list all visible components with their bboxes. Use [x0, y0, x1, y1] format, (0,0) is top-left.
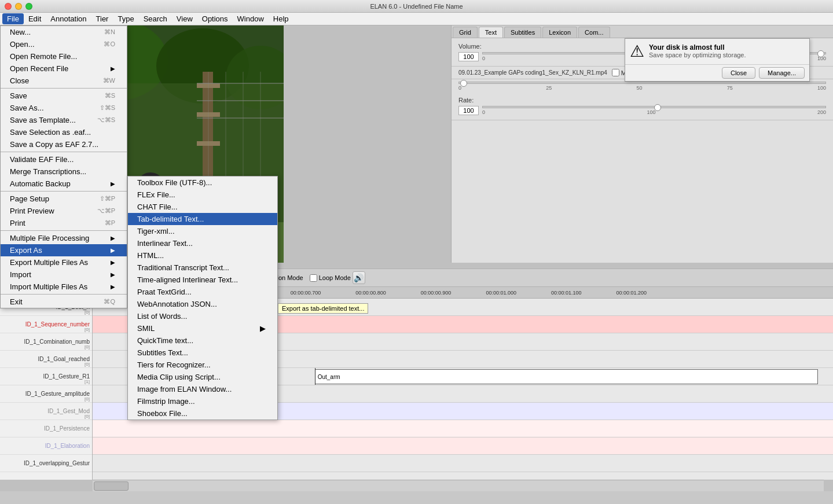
- menu-help[interactable]: Help: [269, 13, 293, 24]
- menu-merge[interactable]: Merge Transcriptions...: [1, 165, 127, 178]
- menu-multi-file[interactable]: Multiple File Processing ▶: [1, 232, 127, 244]
- volume-thumb[interactable]: [817, 50, 824, 57]
- export-flex[interactable]: FLEx File...: [128, 189, 277, 201]
- export-tiger[interactable]: Tiger-xml...: [128, 225, 277, 237]
- notif-title: Your disk is almost full: [649, 43, 746, 51]
- menu-edit[interactable]: Edit: [24, 13, 46, 24]
- annotation-labels: ID_1_Bout_n [0] ID_1_Sequence_number [0]…: [0, 299, 93, 480]
- menu-auto-backup[interactable]: Automatic Backup ▶: [1, 178, 127, 190]
- sep-4: [1, 230, 127, 231]
- export-filmstrip[interactable]: Filmstrip Image...: [128, 395, 277, 407]
- menu-save-as[interactable]: Save As... ⇧⌘S: [1, 102, 127, 114]
- export-praat[interactable]: Praat TextGrid...: [128, 286, 277, 298]
- export-tab-delimited[interactable]: Tab-delimited Text...: [128, 213, 277, 225]
- menu-open-remote[interactable]: Open Remote File...: [1, 50, 127, 62]
- menu-save-copy[interactable]: Save a Copy as EAF 2.7...: [1, 138, 127, 150]
- menu-import-multi[interactable]: Import Multiple Files As ▶: [1, 281, 127, 293]
- menu-view[interactable]: View: [172, 13, 197, 24]
- menu-options[interactable]: Options: [197, 13, 233, 24]
- menu-type[interactable]: Type: [113, 13, 138, 24]
- minimize-button[interactable]: [15, 3, 22, 10]
- menu-window[interactable]: Window: [233, 13, 269, 24]
- right-panel-tabs: Grid Text Subtitles Lexicon Com...: [452, 25, 833, 38]
- tier-label-7: ID_1_Persistence: [0, 420, 92, 437]
- track-row-9: [93, 455, 833, 472]
- notif-message: Save space by optimizing storage.: [649, 51, 746, 58]
- file-menu[interactable]: New... ⌘N Open... ⌘O Open Remote File...…: [0, 25, 127, 308]
- export-tiers-recognizer[interactable]: Tiers for Recognizer...: [128, 359, 277, 371]
- sep-3: [1, 191, 127, 192]
- tab-grid[interactable]: Grid: [453, 27, 478, 38]
- export-submenu[interactable]: Toolbox File (UTF-8)... FLEx File... CHA…: [127, 176, 278, 420]
- tab-com[interactable]: Com...: [578, 27, 610, 38]
- scrollbar-thumb[interactable]: [94, 481, 129, 491]
- tab-subtitles[interactable]: Subtitles: [504, 27, 541, 38]
- tab-text[interactable]: Text: [479, 27, 503, 38]
- mute-checkbox[interactable]: [612, 69, 619, 76]
- menu-save-selection[interactable]: Save Selection as .eaf...: [1, 126, 127, 138]
- menu-save[interactable]: Save ⌘S: [1, 90, 127, 102]
- menu-new[interactable]: New... ⌘N: [1, 26, 127, 38]
- sep-2: [1, 152, 127, 152]
- volume-icon[interactable]: 🔊: [353, 271, 365, 284]
- maximize-button[interactable]: [25, 3, 32, 10]
- menu-export-as[interactable]: Export As ▶: [1, 244, 127, 256]
- export-list-words[interactable]: List of Words...: [128, 310, 277, 322]
- rate-thumb[interactable]: [654, 104, 661, 111]
- tab-lexicon[interactable]: Lexicon: [542, 27, 577, 38]
- cursor-line: [315, 368, 315, 385]
- export-subtitles[interactable]: Subtitles Text...: [128, 347, 277, 359]
- menu-print-preview[interactable]: Print Preview ⌥⌘P: [1, 205, 127, 217]
- export-media-clip[interactable]: Media Clip using Script...: [128, 371, 277, 383]
- menu-file[interactable]: File: [2, 13, 24, 24]
- export-quicktime[interactable]: QuickTime text...: [128, 334, 277, 347]
- warning-icon: ⚠: [630, 43, 644, 60]
- window-controls[interactable]: [5, 3, 32, 10]
- menu-save-template[interactable]: Save as Template... ⌥⌘S: [1, 114, 127, 126]
- menu-open-recent[interactable]: Open Recent File ▶: [1, 62, 127, 75]
- menu-exit[interactable]: Exit ⌘Q: [1, 296, 127, 308]
- rate-label: Rate:: [458, 97, 826, 104]
- export-html[interactable]: HTML...: [128, 249, 277, 262]
- media-position-thumb[interactable]: [460, 80, 467, 87]
- export-shoebox[interactable]: Shoebox File...: [128, 407, 277, 420]
- notif-buttons: Close Manage...: [625, 64, 809, 81]
- export-webannotation[interactable]: WebAnnotation JSON...: [128, 298, 277, 310]
- notif-close-button[interactable]: Close: [722, 67, 755, 79]
- menu-print[interactable]: Print ⌘P: [1, 217, 127, 229]
- notif-manage-button[interactable]: Manage...: [759, 67, 805, 79]
- export-image-elan[interactable]: Image from ELAN Window...: [128, 383, 277, 395]
- tier-label-8: ID_1_Elaboration: [0, 437, 92, 455]
- menu-export-multi[interactable]: Export Multiple Files As ▶: [1, 256, 127, 268]
- annotation-out-arm[interactable]: Out_arm: [315, 369, 819, 384]
- export-toolbox[interactable]: Toolbox File (UTF-8)...: [128, 176, 277, 189]
- window-title: ELAN 6.0 - Undefined File Name: [370, 3, 463, 10]
- notif-text: Your disk is almost full Save space by o…: [649, 43, 746, 58]
- media-filename: 09.01.23_Example GAPs coding1_Sex_KZ_KLN…: [458, 69, 607, 76]
- menu-close[interactable]: Close ⌘W: [1, 75, 127, 87]
- tier-label-1: ID_1_Sequence_number [0]: [0, 316, 92, 333]
- rate-section: Rate: 100 0 100 200: [452, 92, 833, 120]
- rate-slider[interactable]: 0 100 200: [482, 106, 826, 115]
- menu-validate[interactable]: Validate EAF File...: [1, 153, 127, 165]
- tier-label-5: ID_1_Gesture_amplitude [0]: [0, 385, 92, 403]
- sep-1: [1, 88, 127, 89]
- menu-open[interactable]: Open... ⌘O: [1, 38, 127, 50]
- export-time-aligned[interactable]: Time-aligned Interlinear Text...: [128, 274, 277, 286]
- rate-value[interactable]: 100: [458, 106, 479, 115]
- loop-mode[interactable]: Loop Mode: [310, 274, 351, 282]
- export-smil[interactable]: SMIL ▶: [128, 322, 277, 334]
- horizontal-scrollbar[interactable]: [93, 480, 824, 491]
- menu-import[interactable]: Import ▶: [1, 268, 127, 281]
- tier-label-9: ID_1_overlapping_Gestur: [0, 455, 92, 472]
- loop-mode-checkbox[interactable]: [310, 274, 317, 282]
- menu-annotation[interactable]: Annotation: [46, 13, 91, 24]
- export-interlinear[interactable]: Interlinear Text...: [128, 237, 277, 249]
- export-chat[interactable]: CHAT File...: [128, 201, 277, 213]
- volume-value[interactable]: 100: [458, 52, 479, 61]
- menu-search[interactable]: Search: [139, 13, 172, 24]
- close-button[interactable]: [5, 3, 12, 10]
- menu-page-setup[interactable]: Page Setup ⇧⌘P: [1, 193, 127, 205]
- export-traditional[interactable]: Traditional Transcript Text...: [128, 262, 277, 274]
- menu-tier[interactable]: Tier: [91, 13, 113, 24]
